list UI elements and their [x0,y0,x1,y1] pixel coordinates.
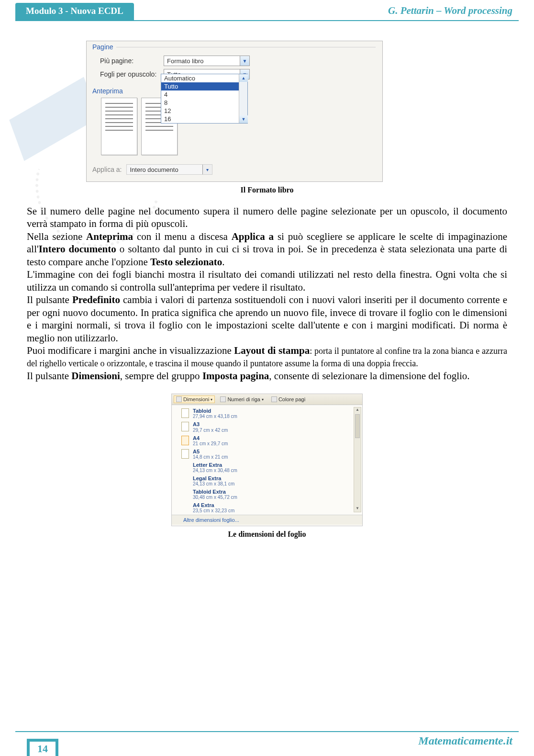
bold-layout-stampa: Layout di stampa [234,345,310,356]
group-divider [116,47,376,47]
scroll-down-icon[interactable]: ▼ [354,506,361,512]
size-list: Tabloid27,94 cm x 43,18 cm A329,7 cm x 4… [172,405,362,526]
applica-a-row: Applica a: Intero documento ▾ [92,164,212,175]
page-size-icon [176,396,182,402]
ribbon-dimensioni-button[interactable]: Dimensioni ▾ [174,395,215,403]
sizelist-scrollbar[interactable]: ▲ ▼ [354,407,361,512]
para-3: L'immagine con dei fogli bianchi mostra … [27,269,507,293]
applica-a-combo: Intero documento ▾ [126,164,212,175]
page-number: 14 [27,739,58,756]
dropdown-option-automatico[interactable]: Automatico [161,74,247,82]
dropdown-option-4[interactable]: 4 [161,90,247,99]
dropdown-scrollbar[interactable]: ▲ ▼ [239,74,247,123]
line-numbers-icon [220,396,226,402]
dimensioni-menu: Dimensioni ▾ Numeri di riga ▾ Colore pag… [171,394,363,526]
dropdown-option-8[interactable]: 8 [161,99,247,107]
scroll-up-icon[interactable]: ▲ [354,407,361,413]
ribbon-row: Dimensioni ▾ Numeri di riga ▾ Colore pag… [172,394,362,405]
bold-testo-selezionato: Testo selezionato [150,256,222,268]
fogli-opuscolo-label: Fogli per opuscolo: [100,70,160,78]
footer-divider [15,731,519,732]
page-icon [181,408,189,418]
bold-dimensioni: Dimensioni [71,370,120,382]
size-item-letter-extra[interactable]: Letter Extra24,13 cm x 30,48 cm [172,461,362,474]
page-color-icon [271,396,277,402]
size-item-tabloid[interactable]: Tabloid27,94 cm x 43,18 cm [172,407,362,420]
altre-dimensioni-link[interactable]: Altre dimensioni foglio... [172,515,362,525]
piu-pagine-label: Più pagine: [100,57,160,65]
size-item-a5[interactable]: A514,8 cm x 21 cm [172,448,362,461]
bold-anteprima: Anteprima [86,231,133,242]
footer-brand: Matematicamente.it [418,734,512,747]
bold-applica-a: Applica a [232,231,274,242]
bold-imposta-pagina: Imposta pagina [202,370,269,382]
page-footer: 14 Matematicamente.it [0,729,534,756]
applica-a-value: Intero documento [127,166,202,173]
chevron-down-icon: ▾ [211,397,212,402]
piu-pagine-combo[interactable]: Formato libro ▼ [164,56,250,66]
piu-pagine-value: Formato libro [164,57,240,65]
para-2-part: Nella sezione [27,231,86,242]
dropdown-option-16[interactable]: 16 [161,115,247,123]
applica-a-label: Applica a: [92,166,122,173]
size-item-a4-extra[interactable]: A4 Extra23,5 cm x 32,23 cm [172,501,362,515]
scroll-down-icon[interactable]: ▼ [239,115,248,123]
dropdown-option-12[interactable]: 12 [161,107,247,115]
caption-dimensioni-foglio: Le dimensioni del foglio [0,530,534,539]
ribbon-dimensioni-label: Dimensioni [183,396,209,402]
size-item-tabloid-extra[interactable]: Tabloid Extra30,48 cm x 45,72 cm [172,488,362,501]
header-author: G. Pettarin – Word processing [388,5,512,17]
size-item-legal-extra[interactable]: Legal Extra24,13 cm x 38,1 cm [172,474,362,488]
page-icon [181,422,189,431]
preview-page-left [101,98,137,155]
caption-formato-libro: Il Formato libro [0,186,534,194]
chevron-down-icon[interactable]: ▼ [240,56,249,66]
body-text: Se il numero delle pagine nel documento … [27,205,507,382]
scroll-up-icon[interactable]: ▲ [239,74,248,82]
size-item-a4[interactable]: A421 cm x 29,7 cm [172,434,362,448]
ribbon-colore-pagina-label: Colore pagi [278,396,305,402]
chevron-down-icon: ▾ [202,165,212,174]
ribbon-colore-pagina-button[interactable]: Colore pagi [269,395,308,403]
page-icon [181,449,189,459]
ribbon-numeri-riga-label: Numeri di riga [227,396,260,402]
group-pagine-label: Pagine [92,43,113,51]
size-item-a3[interactable]: A329,7 cm x 42 cm [172,420,362,434]
page-icon [181,436,189,445]
para-1: Se il numero delle pagine nel documento … [27,205,507,229]
header-divider [15,20,519,21]
page-header: Modulo 3 - Nuova ECDL G. Pettarin – Word… [0,0,534,24]
dropdown-option-tutto[interactable]: Tutto [161,82,247,90]
bold-intero-documento: Intero documento [39,243,116,255]
ribbon-numeri-riga-button[interactable]: Numeri di riga ▾ [218,395,266,403]
fogli-opuscolo-dropdown[interactable]: Automatico Tutto 4 8 12 16 ▲ ▼ [161,74,248,124]
anteprima-label: Anteprima [92,87,123,95]
chevron-down-icon: ▾ [262,397,264,402]
scrollbar-thumb[interactable] [355,414,360,438]
header-module-tab: Modulo 3 - Nuova ECDL [15,3,134,21]
formato-libro-dialog: Pagine Più pagine: Formato libro ▼ Fogli… [86,41,383,182]
bold-predefinito: Predefinito [72,294,120,305]
